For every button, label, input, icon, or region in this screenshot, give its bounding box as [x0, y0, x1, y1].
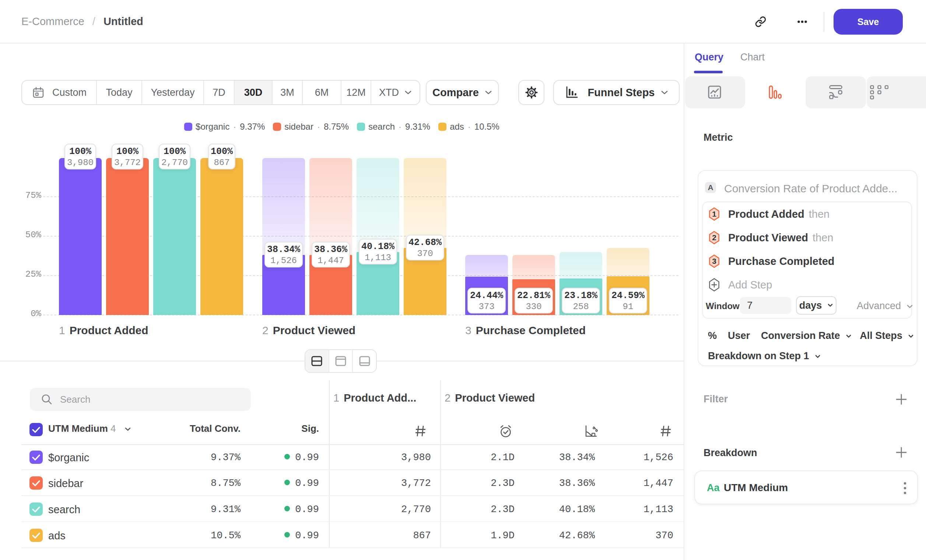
- svg-text:2: 2: [712, 233, 716, 242]
- svg-text:3: 3: [712, 257, 716, 265]
- svg-text:1: 1: [712, 210, 716, 218]
